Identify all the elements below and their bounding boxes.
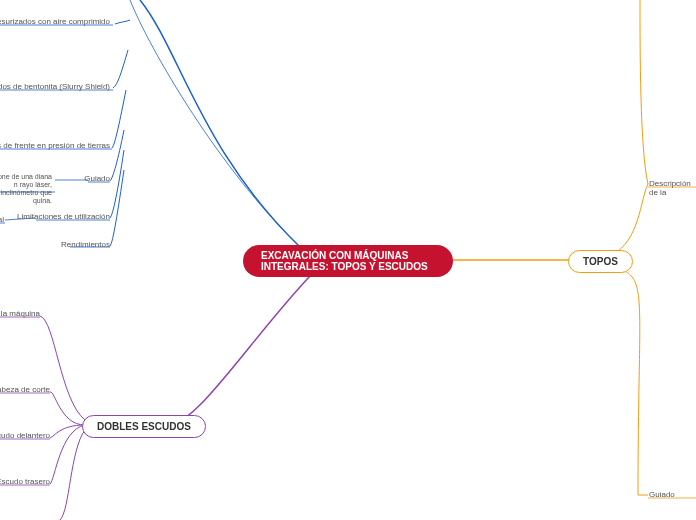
- topic-dobles-escudos[interactable]: DOBLES ESCUDOS: [82, 415, 206, 438]
- leaf-rendimientos[interactable]: Rendimientos: [50, 240, 110, 249]
- leaf-cabeza[interactable]: Cabeza de corte: [0, 385, 50, 394]
- topic-topos-label: TOPOS: [583, 256, 618, 267]
- mindmap-canvas: EXCAVACIÓN CON MÁQUINAS INTEGRALES: TOPO…: [0, 0, 696, 520]
- topic-topos[interactable]: TOPOS: [568, 250, 633, 273]
- leaf-limitaciones[interactable]: Limitaciones de utilización: [10, 212, 110, 221]
- central-topic-text: EXCAVACIÓN CON MÁQUINAS INTEGRALES: TOPO…: [261, 250, 435, 272]
- leaf-trasero[interactable]: Escudo trasero: [0, 477, 50, 486]
- leaf-delantero[interactable]: Escudo delantero: [0, 431, 50, 440]
- leaf-guiado-left[interactable]: Guiado: [60, 174, 110, 183]
- leaf-descripcion[interactable]: Descripción de la: [649, 179, 696, 197]
- leaf-presion[interactable]: Escudos de frente en presión de tierras: [0, 141, 110, 150]
- leaf-aire[interactable]: scudos presurizados con aire comprimido: [0, 17, 110, 26]
- topic-dobles-label: DOBLES ESCUDOS: [97, 421, 191, 432]
- leaf-al[interactable]: al: [0, 215, 4, 224]
- leaf-bentonita[interactable]: o escudos de bentonita (Slurry Shield): [0, 82, 110, 91]
- leaf-guiado-desc[interactable]: pone de una diana n rayo láser, n inclin…: [0, 165, 52, 205]
- leaf-guiado-right[interactable]: Guiado: [649, 490, 675, 499]
- central-topic[interactable]: EXCAVACIÓN CON MÁQUINAS INTEGRALES: TOPO…: [243, 245, 453, 277]
- leaf-desc-maquina[interactable]: ión de la máquina: [0, 309, 40, 318]
